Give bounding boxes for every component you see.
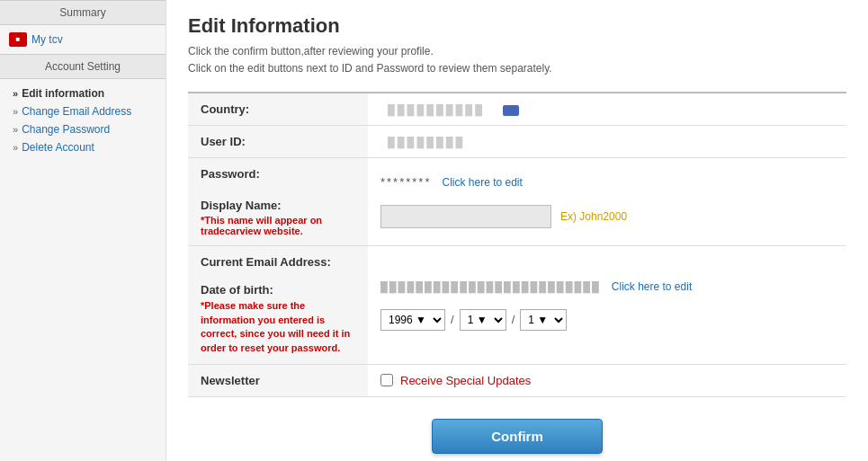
email-edit-link[interactable]: Click here to edit	[612, 280, 692, 293]
my-tcv-link[interactable]: My tcv	[31, 33, 63, 46]
dob-day-select[interactable]: 1 ▼ 2 3 4 5	[520, 309, 567, 331]
bullet-icon: »	[13, 88, 18, 99]
summary-section-title: Summary	[0, 0, 166, 25]
newsletter-checkbox-row: Receive Special Updates	[380, 374, 834, 387]
userid-label: User ID:	[188, 126, 368, 158]
email-dob-label-cell: Current Email Address: Date of birth: *P…	[188, 246, 368, 365]
display-name-input[interactable]	[380, 205, 551, 228]
page-description: Click the confirm button,after reviewing…	[188, 43, 846, 77]
country-flag-dot	[503, 105, 519, 116]
nav-delete-account[interactable]: » Delete Account	[0, 138, 166, 156]
nav-edit-information-label: Edit information	[22, 87, 104, 100]
display-name-note: *This name will appear on tradecarview w…	[201, 215, 355, 236]
userid-value: ████████	[368, 126, 846, 158]
edit-form-table: Country: ██████████ User ID: ████████ Pa…	[188, 92, 846, 397]
country-value: ██████████	[368, 93, 846, 126]
country-label: Country:	[188, 93, 368, 126]
newsletter-label: Newsletter	[188, 364, 368, 396]
email-blurred: █████████████████████████	[380, 281, 601, 292]
userid-blurred: ████████	[380, 136, 472, 148]
password-displayname-label-cell: Password: Display Name: *This name will …	[188, 158, 368, 246]
display-name-example: Ex) John2000	[560, 210, 627, 223]
account-nav: » Edit information » Change Email Addres…	[0, 79, 166, 162]
page-title: Edit Information	[188, 14, 846, 38]
newsletter-checkbox[interactable]	[380, 374, 393, 386]
page-desc-line1: Click the confirm button,after reviewing…	[188, 45, 434, 58]
main-content: Edit Information Click the confirm butto…	[166, 0, 868, 461]
nav-change-password[interactable]: » Change Password	[0, 120, 166, 138]
newsletter-value: Receive Special Updates	[368, 364, 846, 396]
dob-note: *Please make sure the information you en…	[201, 299, 355, 355]
email-dob-value-cell: █████████████████████████ Click here to …	[368, 246, 846, 365]
email-label: Current Email Address:	[201, 255, 355, 269]
confirm-button[interactable]: Confirm	[432, 419, 603, 454]
password-label: Password:	[201, 167, 355, 181]
newsletter-option-label: Receive Special Updates	[400, 374, 531, 387]
bullet-icon: »	[13, 106, 18, 117]
account-setting-title: Account Setting	[0, 54, 166, 79]
dob-year-select[interactable]: 1996 ▼ 1995 1994 1993	[380, 309, 445, 331]
display-name-value-row: Ex) John2000	[380, 205, 834, 228]
password-displayname-row: Password: Display Name: *This name will …	[188, 158, 846, 246]
password-displayname-value-cell: ******** Click here to edit Ex) John2000	[368, 158, 846, 246]
dob-selects: 1996 ▼ 1995 1994 1993 / 1 ▼ 2 3 4 5	[380, 309, 834, 331]
email-dob-row: Current Email Address: Date of birth: *P…	[188, 246, 846, 365]
bullet-icon: »	[13, 142, 18, 153]
userid-row: User ID: ████████	[188, 126, 846, 158]
country-blurred: ██████████	[380, 103, 492, 116]
nav-delete-account-link[interactable]: Delete Account	[22, 141, 94, 154]
nav-change-email[interactable]: » Change Email Address	[0, 102, 166, 120]
my-tcv-item[interactable]: ■ My tcv	[0, 25, 166, 54]
page-desc-line2: Click on the edit buttons next to ID and…	[188, 62, 552, 75]
country-row: Country: ██████████	[188, 93, 846, 126]
dob-label: Date of birth:	[201, 283, 355, 297]
dob-sep-1: /	[451, 313, 454, 326]
dob-sep-2: /	[512, 313, 515, 326]
confirm-section: Confirm	[188, 419, 846, 454]
newsletter-row: Newsletter Receive Special Updates	[188, 364, 846, 396]
password-edit-link[interactable]: Click here to edit	[442, 176, 522, 189]
password-row: ******** Click here to edit	[380, 175, 834, 189]
display-name-label: Display Name:	[201, 199, 355, 212]
email-row: █████████████████████████ Click here to …	[380, 280, 834, 293]
nav-edit-information[interactable]: » Edit information	[0, 84, 166, 102]
nav-change-email-link[interactable]: Change Email Address	[22, 105, 131, 118]
tcv-icon: ■	[9, 32, 27, 47]
dob-month-select[interactable]: 1 ▼ 2 3 4 5 6 7 8 9 10 11 12	[460, 309, 506, 331]
password-stars: ********	[380, 175, 431, 189]
sidebar: Summary ■ My tcv Account Setting » Edit …	[0, 0, 166, 461]
nav-change-password-link[interactable]: Change Password	[22, 123, 110, 136]
bullet-icon: »	[13, 124, 18, 135]
